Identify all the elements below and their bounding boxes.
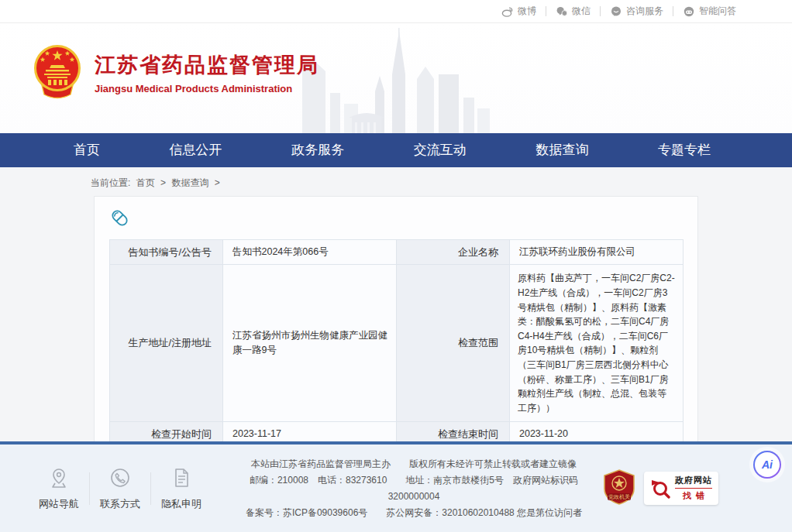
site-header: 江苏省药品监督管理局 Jiangsu Medical Products Admi… bbox=[0, 23, 792, 133]
main-nav: 首页 信息公开 政务服务 交流互动 数据查询 专题专栏 bbox=[0, 133, 792, 167]
finderr-title: 政府网站 bbox=[675, 475, 712, 486]
footer-line-host: 本站由江苏省药品监督管理局主办 版权所有未经许可禁止转载或者建立镜像 bbox=[229, 456, 599, 472]
chat-bubble-icon bbox=[610, 5, 622, 18]
address-label: 生产地址/注册地址 bbox=[110, 265, 223, 422]
wechat-icon bbox=[556, 5, 568, 18]
robot-icon bbox=[683, 5, 695, 18]
inspection-scope-value: 原料药【曲克芦丁，一车间C2厂房C2-H2生产线（合成），一车间C2厂房3号精烘… bbox=[510, 265, 684, 422]
nav-item-info-disclosure[interactable]: 信息公开 bbox=[162, 133, 230, 167]
document-icon bbox=[170, 466, 193, 489]
party-gov-badge[interactable]: 党政机关 bbox=[602, 469, 636, 508]
nav-item-special-topics[interactable]: 专题专栏 bbox=[650, 133, 718, 167]
smart-qa-label: 智能问答 bbox=[699, 5, 736, 18]
pill-capsule-icon bbox=[109, 208, 683, 232]
company-name-value: 江苏联环药业股份有限公司 bbox=[510, 240, 684, 265]
weibo-icon bbox=[501, 5, 514, 18]
footer-info: 本站由江苏省药品监督管理局主办 版权所有未经许可禁止转载或者建立镜像 邮编：21… bbox=[205, 456, 602, 521]
footer-contact-label: 联系方式 bbox=[96, 497, 144, 511]
consult-label: 咨询服务 bbox=[626, 5, 663, 18]
company-name-label: 企业名称 bbox=[397, 240, 510, 265]
nav-item-gov-services[interactable]: 政务服务 bbox=[284, 133, 352, 167]
wechat-link[interactable]: 微信 bbox=[546, 5, 600, 18]
weibo-label: 微博 bbox=[518, 5, 536, 18]
breadcrumb-separator: > bbox=[160, 177, 166, 188]
table-row: 生产地址/注册地址 江苏省扬州市扬州生物健康产业园健康一路9号 检查范围 原料药… bbox=[110, 265, 684, 422]
footer-privacy-label: 隐私申明 bbox=[157, 497, 205, 511]
smart-qa-link[interactable]: 智能问答 bbox=[673, 5, 746, 18]
footer-privacy-link[interactable]: 隐私申明 bbox=[157, 466, 205, 511]
footer-line-icp: 备案号：苏ICP备09039606号 苏公网安备：32010602010488 … bbox=[229, 505, 599, 521]
ai-assistant-button[interactable]: Ai bbox=[753, 451, 781, 479]
notice-number-label: 告知书编号/公告号 bbox=[110, 240, 223, 265]
party-gov-shield-icon: 党政机关 bbox=[602, 469, 636, 505]
footer-sitemap-link[interactable]: 网站导航 bbox=[35, 466, 83, 511]
finderr-action: 找错 bbox=[678, 490, 709, 502]
breadcrumb-separator: > bbox=[215, 177, 220, 188]
national-emblem-logo bbox=[33, 45, 82, 101]
city-skyline-watermark bbox=[301, 26, 494, 133]
breadcrumb-prefix: 当前位置: bbox=[91, 177, 130, 188]
site-title: 江苏省药品监督管理局 bbox=[95, 51, 319, 79]
table-row: 告知书编号/公告号 告知书2024年第066号 企业名称 江苏联环药业股份有限公… bbox=[110, 240, 684, 265]
site-footer: 网站导航 联系方式 隐私申明 bbox=[0, 441, 792, 532]
svg-text:党政机关: 党政机关 bbox=[608, 493, 630, 500]
footer-nav: 网站导航 联系方式 隐私申明 bbox=[35, 466, 205, 511]
breadcrumb-data-query-link[interactable]: 数据查询 bbox=[171, 177, 208, 188]
nav-item-data-query[interactable]: 数据查询 bbox=[528, 133, 596, 167]
footer-divider bbox=[150, 472, 151, 505]
page: 微博 微信 咨询服务 智能问答 bbox=[0, 0, 792, 532]
consult-link[interactable]: 咨询服务 bbox=[601, 5, 673, 18]
map-pin-icon bbox=[47, 466, 71, 489]
site-subtitle: Jiangsu Medical Products Administration bbox=[95, 83, 319, 94]
brand[interactable]: 江苏省药品监督管理局 Jiangsu Medical Products Admi… bbox=[33, 45, 319, 101]
ai-assistant-label: Ai bbox=[755, 452, 780, 477]
footer-line-contact: 邮编：210008 电话：83273610 地址：南京市鼓楼街5号 政府网站标识… bbox=[229, 472, 599, 505]
content-area: 当前位置: 首页 > 数据查询 > 告知书编号/公告号 bbox=[0, 167, 792, 441]
footer-contact-link[interactable]: 联系方式 bbox=[96, 466, 144, 511]
gov-site-error-report-badge[interactable]: 政府网站 找错 bbox=[644, 472, 718, 505]
wechat-label: 微信 bbox=[572, 5, 591, 18]
inspection-scope-label: 检查范围 bbox=[397, 265, 510, 422]
nav-item-interaction[interactable]: 交流互动 bbox=[406, 133, 474, 167]
breadcrumb: 当前位置: 首页 > 数据查询 > bbox=[0, 167, 792, 196]
topbar: 微博 微信 咨询服务 智能问答 bbox=[0, 0, 792, 23]
nav-item-home[interactable]: 首页 bbox=[66, 133, 108, 167]
footer-sitemap-label: 网站导航 bbox=[35, 497, 83, 511]
finderr-rule bbox=[675, 488, 712, 489]
breadcrumb-home-link[interactable]: 首页 bbox=[136, 177, 155, 188]
phone-icon bbox=[108, 466, 132, 489]
address-value: 江苏省扬州市扬州生物健康产业园健康一路9号 bbox=[223, 265, 397, 422]
magnifier-flag-icon bbox=[650, 479, 670, 499]
footer-badges: 党政机关 政府网站 找错 bbox=[602, 469, 718, 508]
notice-number-value: 告知书2024年第066号 bbox=[223, 240, 397, 265]
weibo-link[interactable]: 微博 bbox=[492, 5, 546, 18]
footer-divider bbox=[89, 472, 90, 505]
